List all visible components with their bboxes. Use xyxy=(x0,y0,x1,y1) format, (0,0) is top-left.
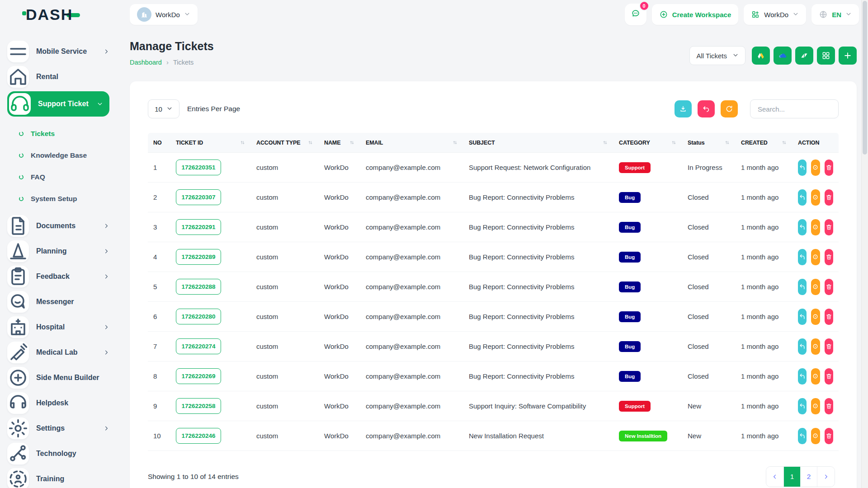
delete-button[interactable] xyxy=(825,428,833,444)
delete-button[interactable] xyxy=(825,249,833,265)
gdrive-button[interactable] xyxy=(752,47,770,65)
ticket-id-button[interactable]: 1726220258 xyxy=(176,398,221,414)
sidebar-item-settings[interactable]: Settings xyxy=(7,418,109,439)
view-button[interactable] xyxy=(811,398,820,414)
column-header-status[interactable]: Status xyxy=(682,140,736,146)
view-button[interactable] xyxy=(811,368,820,385)
entries-per-page-select[interactable]: 10 xyxy=(148,99,179,118)
search-input[interactable] xyxy=(750,99,839,118)
trash-icon xyxy=(826,403,832,409)
delete-button[interactable] xyxy=(825,279,833,295)
ticket-id-button[interactable]: 1726220291 xyxy=(176,219,221,235)
sidebar-subitem-knowledge-base[interactable]: Knowledge Base xyxy=(7,145,109,166)
view-button[interactable] xyxy=(811,249,820,265)
reply-button[interactable] xyxy=(798,249,807,265)
column-header-name[interactable]: NAME xyxy=(319,140,360,146)
status-cell: Closed xyxy=(682,313,736,320)
column-header-account-type[interactable]: ACCOUNT TYPE xyxy=(251,140,319,146)
create-workspace-button[interactable]: Create Workspace xyxy=(652,4,739,25)
table-row: 51726220288customWorkDocompany@example.c… xyxy=(148,272,839,302)
ticket-id-button[interactable]: 1726220307 xyxy=(176,189,221,205)
delete-button[interactable] xyxy=(825,398,833,414)
reset-button[interactable] xyxy=(698,100,715,117)
sidebar-item-technology[interactable]: Technology xyxy=(7,443,109,465)
document-icon xyxy=(7,215,29,237)
sidebar-item-side-menu-builder[interactable]: Side Menu Builder xyxy=(7,367,109,389)
column-header-subject[interactable]: SUBJECT xyxy=(463,140,613,146)
ticket-id-button[interactable]: 1726220289 xyxy=(176,249,221,265)
column-header-email[interactable]: EMAIL xyxy=(360,140,463,146)
view-button[interactable] xyxy=(811,279,820,295)
ticket-id-button[interactable]: 1726220269 xyxy=(176,368,221,384)
reply-icon xyxy=(799,403,806,409)
ticket-id-button[interactable]: 1726220246 xyxy=(176,428,221,444)
sidebar-item-rental[interactable]: Rental xyxy=(7,66,109,88)
ticket-id-button[interactable]: 1726220280 xyxy=(176,309,221,324)
page-scrollbar[interactable] xyxy=(861,0,868,488)
sidebar-item-mobile-service[interactable]: Mobile Service xyxy=(7,41,109,62)
pagination-prev-button[interactable] xyxy=(766,467,783,487)
reply-button[interactable] xyxy=(798,368,807,385)
pagination-next-button[interactable] xyxy=(817,467,835,487)
ticket-filter-value: All Tickets xyxy=(696,52,727,60)
delete-button[interactable] xyxy=(825,189,833,206)
view-button[interactable] xyxy=(811,309,820,325)
action-cell xyxy=(793,309,839,325)
pagination-page-2[interactable]: 2 xyxy=(800,467,817,487)
chevron-right-icon xyxy=(823,474,829,480)
export-button[interactable] xyxy=(675,100,692,117)
ticket-id-button[interactable]: 1726220288 xyxy=(176,279,221,295)
view-button[interactable] xyxy=(811,219,820,235)
app-switcher[interactable]: WorkDo xyxy=(744,4,806,25)
view-button[interactable] xyxy=(811,428,820,444)
column-header-category[interactable]: CATEGORY xyxy=(613,140,682,146)
reply-button[interactable] xyxy=(798,338,807,355)
scrollbar-thumb[interactable] xyxy=(863,1,867,155)
account-type-cell: custom xyxy=(251,223,319,231)
ticket-id-button[interactable]: 1726220274 xyxy=(176,338,221,354)
ticket-id-button[interactable]: 1726220351 xyxy=(176,160,221,175)
reply-button[interactable] xyxy=(798,279,807,295)
pagination-page-1[interactable]: 1 xyxy=(783,467,800,487)
sidebar-subitem-faq[interactable]: FAQ xyxy=(7,166,109,188)
sidebar-item-feedback[interactable]: Feedback xyxy=(7,266,109,287)
sidebar-item-planning[interactable]: Planning xyxy=(7,240,109,262)
delete-button[interactable] xyxy=(825,368,833,385)
breadcrumb-dashboard-link[interactable]: Dashboard xyxy=(130,59,162,66)
sidebar-subitem-tickets[interactable]: Tickets xyxy=(7,123,109,145)
view-button[interactable] xyxy=(811,160,820,176)
column-header-ticket-id[interactable]: TICKET ID xyxy=(170,140,251,146)
reply-button[interactable] xyxy=(798,309,807,325)
reply-button[interactable] xyxy=(798,398,807,414)
delete-button[interactable] xyxy=(825,309,833,325)
add-ticket-button[interactable] xyxy=(839,47,857,65)
language-selector[interactable]: EN xyxy=(811,4,859,25)
reply-button[interactable] xyxy=(798,219,807,235)
column-header-created[interactable]: CREATED xyxy=(736,140,793,146)
sidebar-item-medical-lab[interactable]: Medical Lab xyxy=(7,342,109,363)
sidebar-item-support-ticket[interactable]: Support Ticket xyxy=(7,91,109,117)
ticket-filter-dropdown[interactable]: All Tickets xyxy=(689,46,745,65)
sidebar-item-hospital[interactable]: Hospital xyxy=(7,316,109,338)
sidebar-item-documents[interactable]: Documents xyxy=(7,215,109,237)
view-button[interactable] xyxy=(811,189,820,206)
zendesk-button[interactable] xyxy=(795,47,813,65)
sidebar-item-training[interactable]: Training xyxy=(7,468,109,488)
workspace-switcher[interactable]: WorkDo xyxy=(130,4,198,25)
delete-button[interactable] xyxy=(825,338,833,355)
view-button[interactable] xyxy=(811,338,820,355)
sidebar-item-helpdesk[interactable]: Helpdesk xyxy=(7,392,109,414)
chat-button[interactable]: 0 xyxy=(625,4,646,25)
reply-button[interactable] xyxy=(798,189,807,206)
chevron-down-icon xyxy=(166,105,173,113)
reply-button[interactable] xyxy=(798,160,807,176)
grid-view-button[interactable] xyxy=(817,47,835,65)
onedrive-button[interactable] xyxy=(774,47,792,65)
delete-button[interactable] xyxy=(825,219,833,235)
sidebar-item-messenger[interactable]: Messenger xyxy=(7,291,109,313)
refresh-button[interactable] xyxy=(721,100,738,117)
reply-button[interactable] xyxy=(798,428,807,444)
delete-button[interactable] xyxy=(825,160,833,176)
sidebar-subitem-system-setup[interactable]: System Setup xyxy=(7,188,109,210)
create-workspace-label: Create Workspace xyxy=(672,11,731,19)
